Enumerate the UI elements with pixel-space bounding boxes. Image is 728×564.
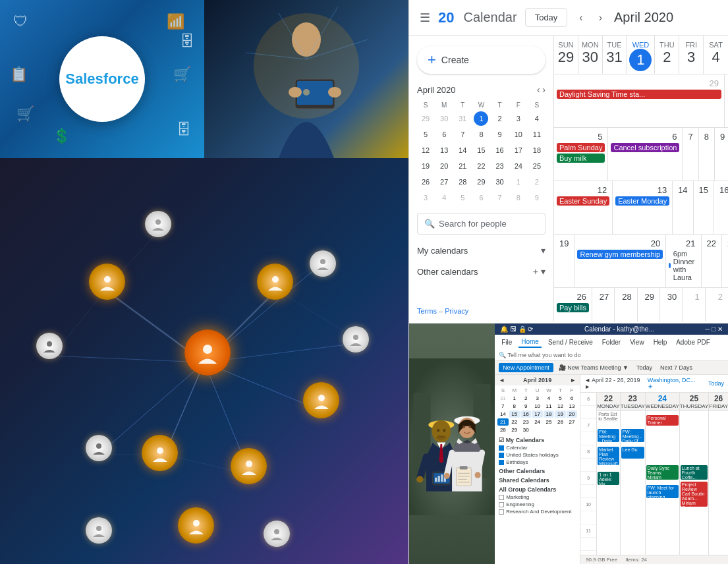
ol-day-4[interactable]: 4 <box>544 395 554 402</box>
ol-day-21[interactable]: 21 <box>497 418 508 426</box>
mini-day-4[interactable]: 4 <box>530 111 544 126</box>
mini-cal-next[interactable]: › <box>542 84 546 95</box>
ol-day-10[interactable]: 10 <box>532 403 542 410</box>
ol-day-12[interactable]: 12 <box>555 403 565 410</box>
day-apr28[interactable]: 28 <box>615 288 637 322</box>
ol-cal-marketing[interactable]: Marketing <box>495 494 580 501</box>
mini-day-24[interactable]: 24 <box>511 159 526 173</box>
ol-event-launch-planning[interactable]: FW: Meet for launch planning (M.g... <box>646 485 679 498</box>
mini-day-21[interactable]: 21 <box>455 159 470 173</box>
ribbon-view[interactable]: View <box>627 337 647 347</box>
ol-day-9[interactable]: 9 <box>520 403 531 410</box>
mini-day-3b[interactable]: 3 <box>418 190 433 205</box>
ol-day-26[interactable]: 26 <box>555 418 565 426</box>
mini-day-8[interactable]: 8 <box>474 127 488 142</box>
ol-cb-calendar[interactable] <box>499 445 504 451</box>
ribbon-send-receive[interactable]: Send / Receive <box>546 337 596 347</box>
ol-cal-calendar[interactable]: Calendar <box>495 444 580 451</box>
mini-day-31a[interactable]: 31 <box>455 111 470 126</box>
ol-day-fri[interactable]: 26 FRIDAY <box>709 393 728 555</box>
day-mar29[interactable]: 29 Daylight Saving Time sta... <box>554 74 725 127</box>
day-apr23[interactable]: 23 <box>722 235 728 287</box>
mini-day-1[interactable]: 1 <box>474 111 488 126</box>
ol-event-1on1[interactable]: 1 on 1 Adele: My Offic... <box>598 472 619 485</box>
event-buy-milk[interactable]: Buy milk <box>557 154 605 163</box>
day-apr30[interactable]: 30 <box>660 288 683 322</box>
mini-day-18[interactable]: 18 <box>530 143 544 157</box>
mini-cal-prev[interactable]: ‹ <box>537 84 540 95</box>
privacy-link[interactable]: Privacy <box>445 307 468 315</box>
ol-cal-engineering[interactable]: Engineering <box>495 501 580 508</box>
ol-day-13[interactable]: 13 <box>567 403 577 410</box>
ribbon-help[interactable]: Help <box>651 337 670 347</box>
day-may1[interactable]: 1 <box>683 288 705 322</box>
ol-day-1[interactable]: 1 <box>509 395 520 402</box>
ol-event-fw-meeting-mon[interactable]: FW: Meeting - Daily Standup: Ch g... <box>598 429 619 442</box>
ol-day-11[interactable]: 11 <box>544 403 554 410</box>
day-apr13[interactable]: 13 Easter Monday <box>613 181 673 234</box>
day-apr12[interactable]: 12 Easter Sunday <box>554 181 613 234</box>
menu-icon[interactable]: ☰ <box>420 11 430 25</box>
mini-day-1b[interactable]: 1 <box>511 175 526 189</box>
other-cal-add[interactable]: + <box>533 266 538 277</box>
ol-day-8[interactable]: 8 <box>509 403 520 410</box>
ol-day-29[interactable]: 29 <box>509 426 520 434</box>
day-apr8[interactable]: 8 <box>699 128 715 181</box>
search-people-box[interactable]: 🔍 Search for people <box>417 213 546 235</box>
other-cal-chevron[interactable]: ▾ <box>541 266 546 277</box>
mini-day-25[interactable]: 25 <box>530 159 544 173</box>
day-apr19[interactable]: 19 <box>554 235 574 287</box>
ol-cb-marketing[interactable] <box>499 495 504 500</box>
ol-day-15[interactable]: 15 <box>509 410 520 418</box>
mini-day-6b[interactable]: 6 <box>474 190 488 205</box>
event-easter-monday[interactable]: Easter Monday <box>615 196 669 206</box>
day-apr22[interactable]: 22 <box>702 235 722 287</box>
day-apr9[interactable]: 9 <box>715 128 728 181</box>
ol-day-17[interactable]: 17 <box>532 410 542 418</box>
ol-day-thu[interactable]: 25 THURSDAY Lunch at Fourth Coffe... Fou… <box>680 393 709 555</box>
event-palm-sunday[interactable]: Palm Sunday <box>557 143 605 152</box>
ribbon-file[interactable]: File <box>499 337 515 347</box>
ol-cb-research[interactable] <box>499 509 504 515</box>
ol-day-mon[interactable]: 22 MONDAY Parts Est to Seattle FW: Meeti… <box>597 393 621 555</box>
ol-day-31[interactable]: 31 <box>497 395 508 402</box>
mini-day-5b[interactable]: 5 <box>455 190 470 205</box>
ol-day-2[interactable]: 2 <box>520 395 531 402</box>
ol-cb-bday[interactable] <box>499 460 504 465</box>
day-apr29[interactable]: 29 <box>638 288 660 322</box>
ol-day-tue[interactable]: 23 TUESDAY FW: Meeting - Daily St... Lee… <box>621 393 646 555</box>
mini-day-3[interactable]: 3 <box>511 111 526 126</box>
ribbon-adobe[interactable]: Adobe PDF <box>673 337 713 347</box>
ol-prev-icon[interactable]: ◄ <box>499 377 505 383</box>
mini-day-13[interactable]: 13 <box>437 143 451 157</box>
ribbon-folder[interactable]: Folder <box>600 337 623 347</box>
ol-day-24[interactable]: 24 <box>532 418 542 426</box>
day-may2[interactable]: 2 <box>706 288 728 322</box>
ol-day-28[interactable]: 28 <box>497 426 508 434</box>
mini-day-7b[interactable]: 7 <box>493 190 507 205</box>
mini-day-29b[interactable]: 29 <box>474 175 488 189</box>
mini-day-28[interactable]: 28 <box>455 175 470 189</box>
ol-day-30[interactable]: 30 <box>520 426 531 434</box>
ribbon-home[interactable]: Home <box>518 337 542 348</box>
mini-day-10[interactable]: 10 <box>511 127 526 142</box>
mini-day-19[interactable]: 19 <box>418 159 433 173</box>
day-apr7[interactable]: 7 <box>683 128 698 181</box>
day-apr14[interactable]: 14 <box>673 181 693 234</box>
ol-day-23[interactable]: 23 <box>520 418 531 426</box>
mini-day-4b[interactable]: 4 <box>437 190 451 205</box>
event-dst[interactable]: Daylight Saving Time sta... <box>557 90 721 99</box>
mini-day-22[interactable]: 22 <box>474 159 488 173</box>
ol-event-fw-meeting-tue[interactable]: FW: Meeting - Daily St... <box>621 429 644 442</box>
day-apr5[interactable]: 5 Palm Sunday Buy milk <box>554 128 608 181</box>
mini-day-20[interactable]: 20 <box>437 159 451 173</box>
my-cal-chevron[interactable]: ▾ <box>541 245 546 256</box>
ol-day-25[interactable]: 25 <box>544 418 554 426</box>
mini-day-27[interactable]: 27 <box>437 175 451 189</box>
create-button[interactable]: + Create <box>417 46 546 74</box>
mini-day-5[interactable]: 5 <box>418 127 433 142</box>
day-mar30[interactable]: 30 <box>725 74 728 127</box>
mini-day-12[interactable]: 12 <box>418 143 433 157</box>
ol-day-22[interactable]: 22 <box>509 418 520 426</box>
ol-day-6[interactable]: 6 <box>567 395 577 402</box>
